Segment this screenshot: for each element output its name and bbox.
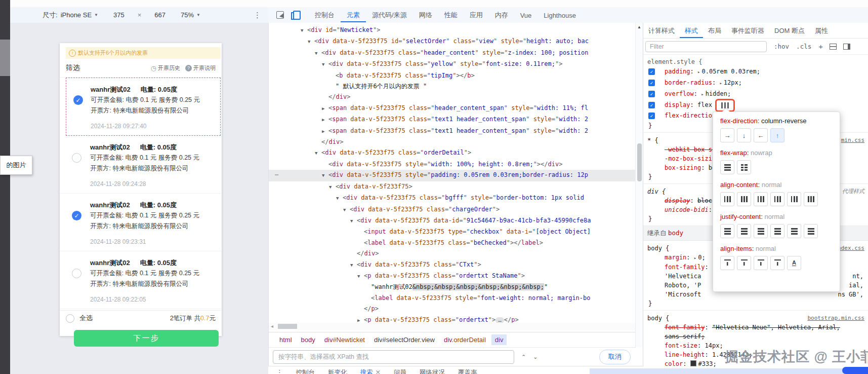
align-items-flex-end-button[interactable] <box>754 256 768 270</box>
collapsed-arrow-icon[interactable]: ▶ <box>322 115 328 125</box>
device-toolbar-menu-icon[interactable]: ⋮ <box>254 11 261 20</box>
flex-editor-button-icon[interactable] <box>721 102 729 108</box>
cancel-button[interactable]: 取消 <box>599 350 631 364</box>
dom-tree-line[interactable]: ▼<div data-v-5f233f75 class="header_cont… <box>269 48 636 59</box>
dom-tree-line[interactable]: ▼<div data-v-5f233f75> <box>269 181 636 193</box>
dom-tree-line[interactable]: </p> <box>269 304 636 314</box>
style-property[interactable]: ✓border-radius: ▸12px; <box>647 78 865 89</box>
flex-direction-column-reverse-button[interactable]: ↑ <box>770 128 784 142</box>
find-input[interactable] <box>273 350 514 364</box>
devtools-tab-控制台[interactable]: 控制台 <box>309 8 341 22</box>
bottom-blue-pill[interactable] <box>842 367 868 374</box>
align-content-flex-start-button[interactable] <box>737 192 751 206</box>
breadcrumb-item[interactable]: div#selectOrder.view <box>370 334 438 345</box>
expanded-arrow-icon[interactable]: ▼ <box>315 148 321 159</box>
breadcrumb-item[interactable]: div#Newticket <box>321 334 368 345</box>
scroll-left-arrow-icon[interactable]: ◂ <box>271 323 273 330</box>
style-property[interactable]: font-family: "Helvetica Neue", Helvetica… <box>647 323 865 332</box>
devtools-tab-Lighthouse[interactable]: Lighthouse <box>538 9 582 22</box>
stylesheet-link[interactable]: 代理样式 <box>842 187 864 196</box>
dom-tree-line[interactable]: ▼<p data-v-5f233f75 class="ordertxt StaN… <box>269 271 636 282</box>
row-more-icon[interactable]: ⋯ <box>275 170 279 180</box>
styles-filter-input[interactable] <box>645 41 767 52</box>
breadcrumb-item[interactable]: div <box>491 334 507 345</box>
collapsed-arrow-icon[interactable]: ▶ <box>322 126 328 137</box>
expanded-arrow-icon[interactable]: ▼ <box>336 193 343 204</box>
new-style-rule-button[interactable]: + <box>818 42 823 51</box>
style-property[interactable]: ✓overflow: ▸hidden; <box>647 89 865 100</box>
drawer-tab-新变化[interactable]: 新变化 <box>328 366 347 374</box>
filter-title[interactable]: 筛选 <box>66 63 80 72</box>
order-item[interactable]: ✓wanhr测试02电量: 0.05度可开票金额: 电费 0.1 元 服务费 0… <box>60 194 222 251</box>
device-width-field[interactable]: 375 <box>113 11 125 19</box>
breadcrumb-item[interactable]: body <box>298 334 319 345</box>
align-items-center-button[interactable] <box>720 256 734 270</box>
drawer-menu-icon[interactable]: ⋮ <box>276 366 283 374</box>
invoice-help-link[interactable]: ? 开票说明 <box>185 64 216 72</box>
dom-tree-line[interactable]: <div data-v-5f233f75 style="width: 100%;… <box>269 159 636 170</box>
property-checkbox[interactable]: ✓ <box>648 80 655 86</box>
align-items-baseline-button[interactable]: A <box>787 256 801 270</box>
dom-tree-line[interactable]: ▼<div data-v-5f233f75 class="chargeOrder… <box>269 204 636 215</box>
dom-tree-line[interactable]: </div> <box>269 137 636 147</box>
style-property[interactable]: ✓display: flex <box>647 100 865 110</box>
dom-tree-line[interactable]: ▶<span data-v-5f233f75 class="header_con… <box>269 103 636 114</box>
expanded-arrow-icon[interactable]: ▼ <box>357 271 364 282</box>
device-toolbar-toggle-icon[interactable] <box>293 11 301 20</box>
grid-overlay-icon[interactable] <box>830 44 837 50</box>
stylesheet-link[interactable]: bootstrap.min.css <box>807 314 864 323</box>
expanded-arrow-icon[interactable]: ▼ <box>329 182 336 193</box>
collapsed-arrow-icon[interactable]: ▶ <box>322 103 328 114</box>
dom-tree-line[interactable]: <b data-v-5f233f75 class="tipImg"></b> <box>269 70 636 81</box>
stylesheet-link[interactable]: min.css <box>841 136 864 145</box>
dom-tree-line[interactable]: ▼<div data-v-5f233f75 id="selectOrder" c… <box>269 36 636 47</box>
styles-tab-计算样式[interactable]: 计算样式 <box>643 23 680 38</box>
select-all-radio[interactable] <box>66 314 74 323</box>
drawer-tab-控制台[interactable]: 控制台 <box>296 366 315 374</box>
devtools-tab-应用[interactable]: 应用 <box>464 8 489 22</box>
devtools-tab-网络[interactable]: 网络 <box>413 8 438 22</box>
color-swatch[interactable] <box>690 360 696 366</box>
invoice-history-link[interactable]: ◷ 开票历史 <box>151 64 180 72</box>
justify-content-space-between-button[interactable] <box>770 224 784 238</box>
property-checkbox[interactable]: ✓ <box>648 102 655 108</box>
expand-arrow-icon[interactable]: ▸ <box>697 69 700 74</box>
dom-tree-line[interactable]: <label data-v-5f233f75 style="font-weigh… <box>269 293 636 304</box>
inspect-element-icon[interactable] <box>276 11 284 19</box>
vscrollbar-thumb[interactable] <box>637 143 642 181</box>
justify-content-flex-start-button[interactable] <box>737 224 751 238</box>
hscrollbar-thumb[interactable] <box>278 324 297 329</box>
breadcrumb-item[interactable]: html <box>276 334 296 345</box>
sidebar-layout-icon[interactable] <box>843 44 850 50</box>
dom-tree-line[interactable]: ▼<div data-v-5f233f75 class="bgfff" styl… <box>269 193 636 204</box>
expanded-arrow-icon[interactable]: ▼ <box>301 25 307 36</box>
styles-tab-属性[interactable]: 属性 <box>810 23 833 38</box>
element-classes-button[interactable]: .cls <box>796 43 811 50</box>
device-height-field[interactable]: 667 <box>154 11 166 19</box>
next-step-button[interactable]: 下一步 <box>74 330 219 347</box>
drawer-tab-问题[interactable]: 问题 <box>394 366 406 374</box>
flex-wrap-nowrap-button[interactable] <box>720 160 734 174</box>
styles-tab-样式[interactable]: 样式 <box>680 23 703 38</box>
devtools-tab-元素[interactable]: 元素 <box>341 8 366 22</box>
expanded-arrow-icon[interactable]: ▼ <box>308 36 314 47</box>
justify-content-space-evenly-button[interactable] <box>804 224 818 238</box>
scroll-up-arrow-icon[interactable]: ▲ <box>637 25 641 29</box>
dom-tree-line[interactable]: <input data-v-5f233f75 type="checkbox" d… <box>269 227 636 237</box>
expanded-arrow-icon[interactable]: ▼ <box>322 59 328 70</box>
dom-tree-line[interactable]: ▶<span data-v-5f233f75 class="text1 head… <box>269 126 636 137</box>
expand-arrow-icon[interactable]: ▸ <box>701 92 704 97</box>
flex-wrap-wrap-button[interactable] <box>737 160 751 174</box>
drawer-tab-搜索[interactable]: 搜索✕ <box>360 366 381 374</box>
dom-tree-line[interactable]: </div> <box>269 248 636 259</box>
align-content-stretch-button[interactable] <box>804 192 818 206</box>
order-unchecked-radio[interactable] <box>72 153 81 163</box>
justify-content-space-around-button[interactable] <box>787 224 801 238</box>
breadcrumb-item[interactable]: div.orderDetail <box>440 334 489 345</box>
styles-tab-事件监听器[interactable]: 事件监听器 <box>726 23 769 38</box>
dom-tree-line[interactable]: ▼<div data-v-5f233f75 class="yellow" sty… <box>269 59 636 70</box>
align-content-space-around-button[interactable] <box>787 192 801 206</box>
align-items-flex-start-button[interactable] <box>737 256 751 270</box>
flex-direction-column-button[interactable]: ↓ <box>737 128 751 142</box>
style-property[interactable]: sans-serif; <box>647 332 865 341</box>
